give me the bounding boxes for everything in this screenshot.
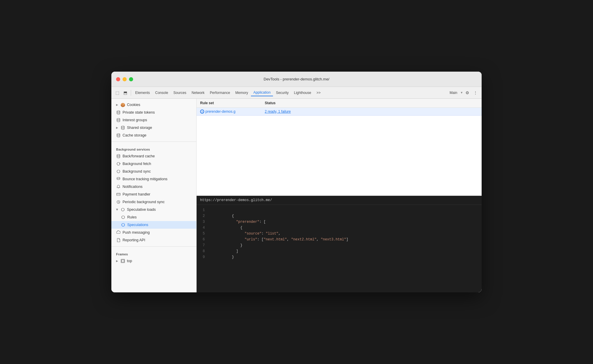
sidebar-item-label: Reporting API	[123, 238, 145, 242]
sidebar-item-label: Cache storage	[123, 133, 146, 137]
sidebar-item-background-sync[interactable]: Background sync	[111, 168, 196, 175]
db-icon	[116, 154, 121, 159]
db-icon	[116, 133, 121, 138]
sidebar-item-label: top	[127, 259, 132, 263]
tab-security[interactable]: Security	[274, 90, 291, 96]
sidebar-item-background-fetch[interactable]: Background fetch	[111, 160, 196, 168]
sync-icon	[116, 161, 121, 166]
code-line-9: }	[211, 254, 348, 260]
db-icon	[116, 110, 121, 115]
col-ruleset-header: Rule set	[200, 101, 265, 105]
sidebar-item-notifications[interactable]: Notifications	[111, 183, 196, 191]
tab-performance[interactable]: Performance	[207, 90, 232, 96]
sidebar-item-backforward-cache[interactable]: Back/forward cache	[111, 152, 196, 160]
svg-point-2	[121, 126, 124, 127]
sync-icon	[121, 215, 125, 220]
card-icon	[116, 192, 121, 197]
col-status-header: Status	[265, 101, 478, 105]
sidebar-item-label: Cookies	[127, 103, 140, 107]
svg-rect-10	[122, 260, 124, 262]
line-num: 9	[200, 254, 205, 260]
close-button[interactable]	[116, 77, 120, 81]
tab-sources[interactable]: Sources	[171, 90, 189, 96]
sidebar-item-speculations[interactable]: Speculations	[111, 221, 196, 229]
sidebar-item-cache-storage[interactable]: Cache storage	[111, 132, 196, 139]
toolbar-separator	[131, 90, 131, 96]
table-header: Rule set Status	[197, 99, 482, 108]
inspect-icon-button[interactable]: ⬚	[114, 89, 121, 96]
sidebar-item-speculative-loads[interactable]: ▶ Speculative loads	[111, 206, 196, 213]
titlebar: DevTools - prerender-demos.glitch.me/	[111, 72, 482, 87]
arrow-icon: ▶	[116, 259, 118, 262]
content-area: Rule set Status ⊙ prerender-demos.g 2 re…	[197, 99, 482, 292]
settings-icon-button[interactable]: ⚙	[464, 89, 471, 96]
db-icon	[116, 118, 121, 122]
sidebar-item-label: Bounce tracking mitigations	[123, 177, 167, 181]
svg-point-3	[117, 134, 120, 135]
cookies-icon: 🍪	[120, 102, 125, 107]
sync-icon	[120, 207, 125, 212]
sidebar-item-cookies[interactable]: ▶ 🍪 Cookies	[111, 101, 196, 109]
tab-lighthouse[interactable]: Lighthouse	[292, 90, 314, 96]
sidebar-item-rules[interactable]: Rules	[111, 213, 196, 221]
bell-icon	[116, 184, 121, 189]
devtools-toolbar: ⬚ ⬒ Elements Console Sources Network Per…	[111, 87, 482, 99]
tab-memory[interactable]: Memory	[233, 90, 250, 96]
arrow-expanded-icon: ▶	[116, 209, 119, 211]
clock-icon	[116, 200, 121, 204]
line-num: 3	[200, 219, 205, 225]
sidebar-item-label: Background sync	[123, 169, 151, 173]
sidebar-item-interest-groups[interactable]: Interest groups	[111, 116, 196, 124]
line-num: 1	[200, 207, 205, 213]
code-content: { "prerender": [ { "source": "list", "ur…	[208, 207, 351, 260]
tab-console[interactable]: Console	[153, 90, 170, 96]
content-top: Rule set Status ⊙ prerender-demos.g 2 re…	[197, 99, 482, 196]
sidebar-item-shared-storage[interactable]: ▶ Shared storage	[111, 124, 196, 132]
sidebar-item-label: Shared storage	[127, 126, 152, 130]
line-num: 2	[200, 213, 205, 219]
code-url: https://prerender-demos.glitch.me/	[197, 196, 482, 205]
sidebar-item-bounce-tracking[interactable]: Bounce tracking mitigations	[111, 175, 196, 183]
code-line-7: }	[211, 242, 348, 248]
line-num: 6	[200, 237, 205, 242]
code-line-3: "prerender": [	[211, 219, 348, 225]
sync-icon	[116, 169, 121, 174]
code-line-1	[211, 207, 348, 213]
arrow-icon: ▶	[116, 103, 118, 106]
more-tabs-button[interactable]: >>	[314, 90, 323, 96]
device-icon-button[interactable]: ⬒	[122, 89, 129, 96]
sidebar-item-label: Private state tokens	[123, 110, 155, 114]
code-line-4: {	[211, 225, 348, 231]
sidebar-item-label: Background fetch	[123, 162, 151, 166]
table-row[interactable]: ⊙ prerender-demos.g 2 ready, 1 failure	[197, 108, 482, 116]
db-icon	[120, 125, 125, 130]
minimize-button[interactable]	[123, 77, 127, 81]
sidebar-item-top-frame[interactable]: ▶ top	[111, 257, 196, 265]
sidebar-item-private-state-tokens[interactable]: Private state tokens	[111, 109, 196, 116]
sidebar-item-label: Notifications	[123, 185, 143, 189]
sync-icon	[121, 223, 125, 227]
sidebar-item-reporting-api[interactable]: Reporting API	[111, 236, 196, 244]
table-cell-ruleset: ⊙ prerender-demos.g	[200, 109, 265, 114]
maximize-button[interactable]	[129, 77, 133, 81]
devtools-window: DevTools - prerender-demos.glitch.me/ ⬚ …	[111, 72, 482, 292]
svg-point-1	[117, 118, 120, 119]
bg-services-header: Background services	[111, 144, 196, 152]
main-target-button[interactable]: Main	[447, 90, 460, 96]
sidebar-divider-2	[111, 246, 196, 247]
sidebar-item-push-messaging[interactable]: Push messaging	[111, 229, 196, 236]
tab-application[interactable]: Application	[251, 89, 273, 96]
sidebar-item-label: Payment handler	[123, 192, 150, 196]
table-cell-status[interactable]: 2 ready, 1 failure	[265, 109, 478, 114]
more-options-icon-button[interactable]: ⋮	[472, 89, 479, 96]
code-line-8: ]	[211, 248, 348, 254]
svg-point-4	[117, 154, 120, 156]
sidebar-item-payment-handler[interactable]: Payment handler	[111, 191, 196, 198]
tab-elements[interactable]: Elements	[133, 90, 152, 96]
sidebar-item-periodic-bg-sync[interactable]: Periodic background sync	[111, 198, 196, 206]
sidebar-item-label: Periodic background sync	[123, 200, 165, 204]
code-viewer: https://prerender-demos.glitch.me/ 1 2 3…	[197, 196, 482, 293]
sidebar-divider	[111, 141, 196, 142]
sidebar: ▶ 🍪 Cookies Private state tokens Interes…	[111, 99, 197, 292]
tab-network[interactable]: Network	[189, 90, 207, 96]
